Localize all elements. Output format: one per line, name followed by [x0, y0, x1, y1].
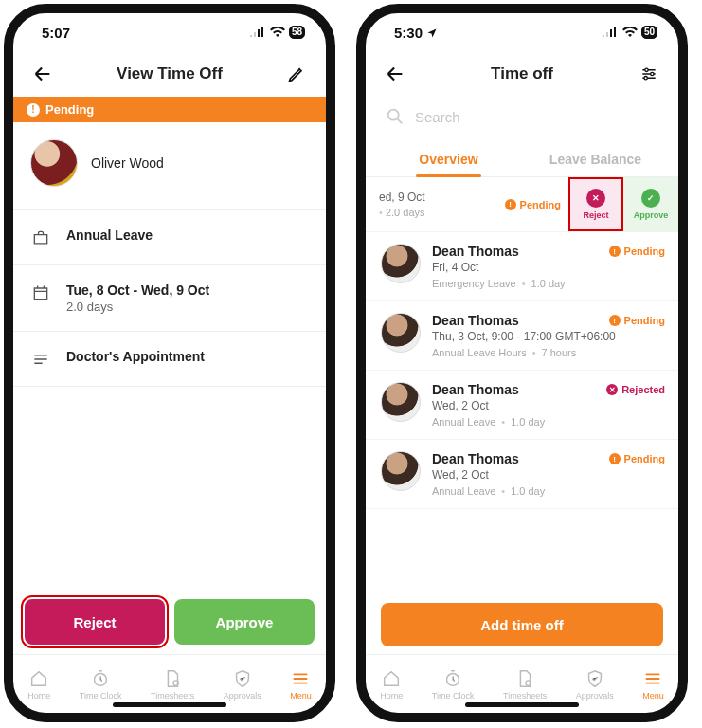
entry-date: Wed, 2 Oct — [432, 468, 663, 482]
info-icon: ! — [505, 199, 516, 210]
header: View Time Off — [13, 51, 326, 97]
tab-leave-balance[interactable]: Leave Balance — [522, 140, 669, 176]
status-text: Pending — [45, 102, 94, 117]
info-icon: ! — [27, 103, 40, 117]
back-button[interactable] — [383, 62, 407, 86]
calendar-icon — [30, 282, 51, 302]
header: Time off — [366, 51, 678, 97]
status-bar: 5:30 50 — [366, 13, 678, 51]
entry-meta: Annual Leave•1.0 day — [432, 485, 663, 497]
swiped-status: ! Pending — [505, 199, 561, 210]
date-row: Tue, 8 Oct - Wed, 9 Oct 2.0 days — [13, 265, 326, 332]
status-badge: ✕ Rejected — [606, 384, 665, 395]
info-icon: ! — [609, 315, 621, 326]
entry-date: Wed, 2 Oct — [432, 399, 663, 412]
home-indicator — [465, 702, 579, 707]
add-time-off-button[interactable]: Add time off — [381, 603, 663, 646]
close-icon: ✕ — [586, 189, 605, 208]
info-icon: ! — [609, 453, 621, 464]
entry-meta: Annual Leave•1.0 day — [432, 416, 663, 428]
search-placeholder: Search — [415, 109, 460, 125]
status-bar: 5:07 58 — [13, 13, 326, 51]
status-banner: ! Pending — [13, 97, 326, 122]
battery-level: 50 — [641, 26, 657, 39]
status-badge: ! Pending — [609, 246, 665, 257]
search-row[interactable]: Search — [366, 97, 678, 140]
tab-approvals[interactable]: Approvals — [576, 668, 614, 701]
search-icon — [385, 106, 405, 127]
page-title: Time off — [491, 64, 553, 83]
duration: 2.0 days — [66, 300, 209, 314]
swipe-approve-button[interactable]: ✓ Approve — [623, 177, 678, 231]
status-time: 5:07 — [42, 25, 70, 41]
close-icon: ✕ — [606, 384, 618, 395]
phone-right: 5:30 50 Time off Search Overview Leave B… — [356, 4, 688, 722]
tab-timeclock[interactable]: Time Clock — [80, 668, 122, 701]
approve-button[interactable]: Approve — [174, 599, 315, 645]
entry-date: Fri, 4 Oct — [432, 261, 663, 274]
leave-type-row: Annual Leave — [13, 210, 326, 265]
segment-tabs: Overview Leave Balance — [366, 140, 678, 177]
entry-date: Thu, 3 Oct, 9:00 - 17:00 GMT+06:00 — [432, 330, 663, 343]
note-row: Doctor's Appointment — [13, 332, 326, 387]
tab-menu[interactable]: Menu — [290, 668, 312, 701]
list-item[interactable]: Dean Thomas Wed, 2 Oct Annual Leave•1.0 … — [366, 440, 678, 509]
notes-icon — [30, 349, 51, 369]
status-icons: 50 — [602, 26, 657, 39]
battery-level: 58 — [289, 26, 305, 39]
status-time: 5:30 — [394, 25, 438, 41]
list-item[interactable]: Dean Thomas Thu, 3 Oct, 9:00 - 17:00 GMT… — [366, 301, 678, 371]
info-icon: ! — [609, 246, 621, 257]
tab-overview[interactable]: Overview — [375, 140, 522, 176]
tab-menu[interactable]: Menu — [642, 668, 664, 701]
svg-point-2 — [645, 68, 648, 71]
list-item[interactable]: Dean Thomas Fri, 4 Oct Emergency Leave•1… — [366, 232, 678, 301]
tab-approvals[interactable]: Approvals — [224, 668, 261, 701]
status-icons: 58 — [249, 26, 305, 39]
filter-button[interactable] — [637, 62, 661, 86]
note-text: Doctor's Appointment — [66, 349, 205, 364]
reject-button[interactable]: Reject — [25, 599, 165, 645]
list-area: ed, 9 Oct • 2.0 days ! Pending ✕ Reject … — [366, 177, 678, 593]
svg-point-5 — [388, 110, 399, 120]
avatar — [381, 244, 421, 283]
swiped-date: ed, 9 Oct — [379, 191, 505, 204]
tab-timeclock[interactable]: Time Clock — [432, 668, 475, 701]
check-icon: ✓ — [641, 189, 660, 208]
user-name: Oliver Wood — [91, 155, 164, 171]
status-badge: ! Pending — [609, 453, 665, 464]
briefcase-icon — [30, 228, 51, 247]
status-badge: ! Pending — [609, 315, 665, 326]
tab-home[interactable]: Home — [27, 668, 50, 701]
swiped-entry: ed, 9 Oct • 2.0 days ! Pending ✕ Reject … — [366, 177, 678, 232]
svg-point-3 — [651, 72, 654, 75]
avatar — [381, 313, 421, 353]
avatar — [381, 382, 421, 422]
tab-home[interactable]: Home — [380, 668, 403, 701]
leave-type: Annual Leave — [66, 228, 153, 243]
swipe-reject-button[interactable]: ✕ Reject — [568, 177, 623, 231]
svg-point-4 — [644, 77, 647, 80]
back-button[interactable] — [30, 62, 55, 86]
list-item[interactable]: Dean Thomas Wed, 2 Oct Annual Leave•1.0 … — [366, 371, 678, 440]
entry-meta: Emergency Leave•1.0 day — [432, 278, 663, 289]
page-title: View Time Off — [117, 64, 223, 83]
entry-meta: Annual Leave Hours•7 hours — [432, 347, 663, 358]
tab-timesheets[interactable]: Timesheets — [503, 668, 547, 701]
tab-timesheets[interactable]: Timesheets — [151, 668, 194, 701]
home-indicator — [113, 702, 226, 707]
avatar — [30, 139, 78, 187]
edit-button[interactable] — [284, 62, 309, 86]
detail-list: Annual Leave Tue, 8 Oct - Wed, 9 Oct 2.0… — [13, 209, 326, 387]
user-row: Oliver Wood — [13, 122, 326, 209]
action-footer: Reject Approve — [13, 590, 326, 654]
avatar — [381, 451, 421, 491]
phone-left: 5:07 58 View Time Off ! Pending Oliver W… — [4, 4, 335, 722]
date-range: Tue, 8 Oct - Wed, 9 Oct — [66, 282, 209, 298]
